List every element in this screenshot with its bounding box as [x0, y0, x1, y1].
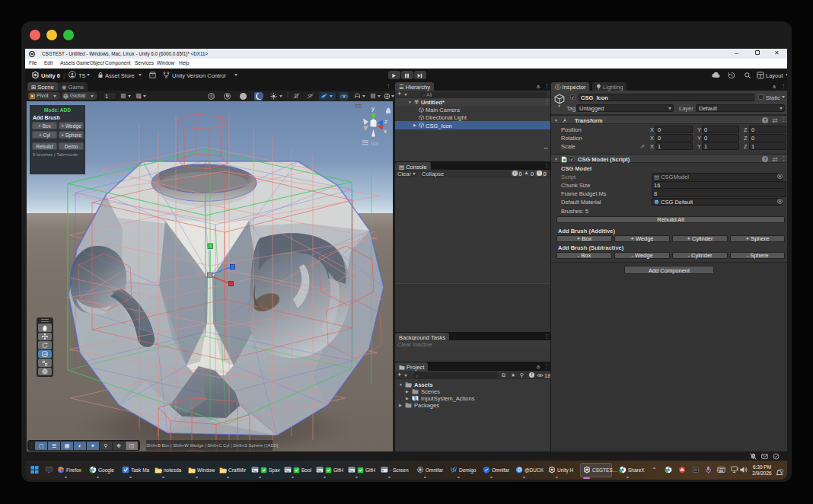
svg-text:y: y	[371, 105, 375, 112]
svg-text:Iso: Iso	[371, 140, 379, 147]
svg-text:z: z	[384, 118, 387, 125]
svg-text:x: x	[384, 128, 387, 135]
svg-text:@: @	[517, 467, 522, 472]
